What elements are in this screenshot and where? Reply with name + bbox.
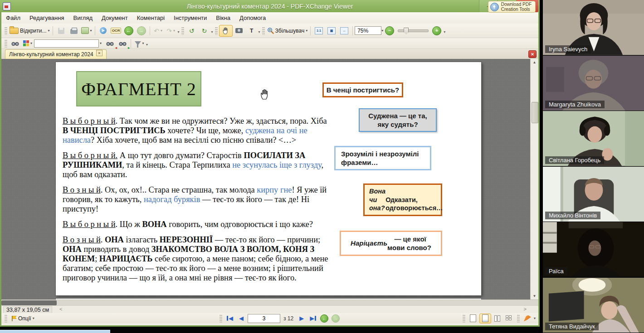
next-page-button[interactable]: ▶ — [297, 314, 307, 323]
download-pdf-tools-button[interactable]: Download PDF Creation Tools — [488, 1, 536, 13]
horizontal-scroll-thumb[interactable] — [1, 300, 57, 305]
menu-comments[interactable]: Коментарі — [132, 13, 169, 23]
ocr-button[interactable]: OCR — [110, 25, 122, 36]
view-back-button[interactable]: ← — [319, 314, 329, 323]
scroll-up-icon[interactable]: ▲ — [531, 59, 538, 66]
zoom-in-icon: + — [432, 26, 441, 35]
toolbar-grip[interactable] — [5, 27, 7, 35]
hand-tool-button[interactable] — [219, 25, 233, 37]
participant-tile[interactable]: Margaryta Zhuikova — [543, 56, 644, 111]
continuous-layout-button[interactable] — [479, 314, 491, 323]
options-button[interactable]: Опції ▾ — [10, 313, 35, 324]
vertical-scrollbar[interactable]: ▲ ▼ — [530, 59, 538, 299]
redo-button[interactable]: ↷▾ — [165, 25, 177, 36]
menu-tools[interactable]: Інструменти — [169, 13, 211, 23]
undo-button[interactable]: ↶▾ — [152, 25, 165, 36]
screen: { "window": { "title": "Лінгво-культурни… — [0, 0, 644, 333]
tiled-layout-button[interactable] — [504, 314, 515, 323]
horizontal-scrollbar[interactable] — [1, 299, 538, 306]
toolbar-grip[interactable] — [181, 27, 184, 35]
print-button[interactable] — [68, 25, 80, 36]
fit-width-button[interactable]: ↔ — [338, 25, 351, 36]
marker-tool-button[interactable] — [522, 314, 533, 323]
menu-windows[interactable]: Вікна — [211, 13, 235, 23]
rotate-right-icon: ↻ — [202, 27, 207, 34]
find-previous-button[interactable]: ◂ — [103, 38, 116, 49]
toolbar-overflow[interactable]: ▾ — [211, 30, 213, 34]
flag-icon — [11, 315, 17, 322]
toolbar-grip[interactable] — [215, 27, 218, 35]
single-page-layout-button[interactable] — [468, 314, 478, 323]
participant-tile[interactable]: Тетяна Видайчук — [543, 278, 644, 333]
toolbar-grip[interactable] — [220, 314, 222, 323]
export-icon — [81, 27, 89, 34]
save-icon — [58, 28, 64, 34]
toolbar-grip[interactable] — [5, 314, 7, 323]
app-icon — [3, 2, 11, 10]
two-page-layout-button[interactable] — [492, 314, 503, 323]
magnifier-button[interactable]: Збільшувач ▾ — [266, 25, 309, 36]
zoom-out-button[interactable]: − — [383, 25, 396, 36]
toolbar-overflow[interactable]: ▾ — [259, 30, 260, 34]
pdf-page: ФРАГМЕНТ 2 В ы б о р н ы й. Так чом же в… — [56, 62, 481, 295]
document-view[interactable]: ФРАГМЕНТ 2 В ы б о р н ы й. Так чом же в… — [1, 59, 538, 299]
zoom-in-button[interactable]: + — [430, 25, 443, 36]
toolbar-overflow[interactable]: ▾ — [178, 30, 180, 34]
view-forward-button[interactable]: → — [331, 314, 341, 323]
bottom-toolbar: Опції ▾ ◀ ◀ з 12 ▶ ▶ ← → ▾ — [1, 313, 538, 323]
share-button[interactable] — [97, 25, 110, 36]
toolbar-grip[interactable] — [517, 314, 520, 323]
vertical-scroll-thumb[interactable] — [532, 102, 538, 123]
menu-view[interactable]: Вигляд — [68, 13, 97, 23]
search-button[interactable] — [9, 38, 21, 49]
zoom-level-combo[interactable]: 75% — [355, 26, 381, 35]
title-bar[interactable]: Лінгво-культурний коментар 2024 - PDF-XC… — [0, 0, 540, 12]
toolbar-overflow[interactable]: ▾ — [444, 30, 445, 34]
participant-tile[interactable]: Михайло Вінтонів — [543, 167, 644, 222]
menu-document[interactable]: Документ — [97, 13, 132, 23]
binoculars-icon — [11, 41, 19, 46]
participant-tile[interactable]: Iryna Saievych — [543, 0, 644, 56]
rotate-right-button[interactable]: ↻ — [198, 25, 211, 36]
toolbar-grip[interactable] — [463, 314, 465, 323]
participant-tile[interactable]: Раїса — [543, 222, 644, 278]
menu-edit[interactable]: Редагування — [25, 13, 69, 23]
toolbar-overflow[interactable]: ▾ — [146, 43, 148, 47]
scroll-down-icon[interactable]: ▼ — [531, 293, 538, 299]
document-tab[interactable]: Лінгво-культурний коментар 2024 ✕ — [5, 49, 107, 59]
zoom-slider[interactable] — [398, 29, 429, 32]
toolbar-grip[interactable] — [262, 27, 265, 35]
tab-close-icon[interactable]: ✕ — [96, 50, 102, 56]
page-number-input[interactable] — [248, 314, 280, 323]
last-page-button[interactable]: ▶ — [308, 314, 318, 323]
export-button[interactable]: ▾ — [80, 25, 93, 36]
go-back-button[interactable]: ← — [122, 25, 135, 36]
save-button[interactable] — [55, 25, 68, 36]
open-button[interactable]: Відкрити... ▾ — [9, 25, 51, 36]
continuous-page-icon — [482, 314, 488, 322]
printer-icon — [70, 29, 78, 34]
zoom-slider-thumb[interactable] — [404, 28, 409, 34]
search-input[interactable] — [34, 39, 99, 48]
highlight-color-button[interactable]: ▾ — [21, 38, 34, 49]
find-next-button[interactable]: ▸ — [116, 38, 129, 49]
previous-page-button[interactable]: ◀ — [236, 314, 246, 323]
fit-page-button[interactable]: ▣ — [325, 25, 338, 36]
filter-button[interactable]: ▾ — [133, 38, 146, 49]
scroll-left-icon[interactable]: < — [59, 306, 62, 312]
first-page-button[interactable]: ◀ — [225, 314, 235, 323]
snapshot-button[interactable] — [233, 25, 245, 36]
menu-file[interactable]: Файл — [1, 13, 25, 23]
select-text-button[interactable]: T — [245, 25, 258, 36]
participant-tile[interactable]: Світлана Горобець — [543, 111, 644, 167]
search-history-dropdown[interactable]: ▾ — [100, 41, 102, 45]
scroll-right-icon[interactable]: > — [524, 306, 527, 312]
actual-size-button[interactable]: 1:1 — [312, 25, 325, 36]
toolbar-grip[interactable] — [5, 39, 7, 48]
marker-dropdown[interactable]: ▾ — [534, 316, 536, 320]
go-forward-button[interactable]: → — [135, 25, 148, 36]
forward-arrow-icon: → — [137, 26, 146, 35]
menu-help[interactable]: Допомога — [235, 13, 270, 23]
close-document-button[interactable]: ✕ — [528, 50, 537, 58]
rotate-left-button[interactable]: ↺ — [185, 25, 198, 36]
